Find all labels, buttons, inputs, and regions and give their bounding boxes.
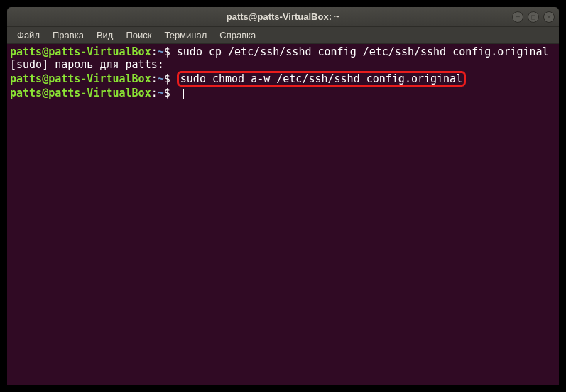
command-2: sudo chmod a-w /etc/ssh/sshd_config.orig…: [180, 72, 462, 85]
terminal-content[interactable]: patts@patts-VirtualBox:~$ sudo cp /etc/s…: [7, 44, 559, 385]
minimize-button[interactable]: −: [512, 11, 523, 23]
highlighted-command: sudo chmod a-w /etc/ssh/sshd_config.orig…: [177, 71, 466, 87]
prompt-user-host: patts@patts-VirtualBox: [10, 87, 151, 99]
terminal-line-1: patts@patts-VirtualBox:~$ sudo cp /etc/s…: [10, 45, 556, 58]
window-title: patts@patts-VirtualBox: ~: [227, 11, 339, 22]
menu-terminal[interactable]: Терминал: [158, 28, 212, 42]
window-controls: − □ ×: [512, 11, 555, 23]
terminal-line-4: patts@patts-VirtualBox:~$: [10, 87, 556, 99]
menu-search[interactable]: Поиск: [120, 28, 157, 42]
menu-view[interactable]: Вид: [91, 28, 119, 42]
menu-file[interactable]: Файл: [11, 28, 45, 42]
maximize-button[interactable]: □: [528, 11, 539, 23]
terminal-window: patts@patts-VirtualBox: ~ − □ × Файл Пра…: [7, 7, 559, 385]
sudo-password-prompt: [sudo] пароль для patts:: [10, 58, 164, 71]
terminal-line-2: [sudo] пароль для patts:: [10, 58, 556, 71]
menu-help[interactable]: Справка: [214, 28, 261, 42]
terminal-line-3: patts@patts-VirtualBox:~$ sudo chmod a-w…: [10, 71, 556, 87]
titlebar: patts@patts-VirtualBox: ~ − □ ×: [7, 7, 559, 27]
prompt-separator: :: [151, 87, 158, 99]
command-1: sudo cp /etc/ssh/sshd_config /etc/ssh/ss…: [170, 45, 549, 58]
prompt-user-host: patts@patts-VirtualBox: [10, 45, 151, 58]
prompt-symbol: $: [164, 72, 170, 85]
prompt-separator: :: [151, 45, 158, 58]
prompt-symbol: $: [164, 45, 170, 58]
close-button[interactable]: ×: [543, 11, 555, 23]
menubar: Файл Правка Вид Поиск Терминал Справка: [7, 27, 559, 44]
cursor-icon: [178, 89, 184, 99]
menu-edit[interactable]: Правка: [47, 28, 89, 42]
prompt-user-host: patts@patts-VirtualBox: [10, 72, 151, 85]
prompt-separator: :: [151, 72, 158, 85]
prompt-path: ~: [158, 45, 164, 58]
prompt-path: ~: [158, 72, 164, 85]
prompt-symbol: $: [164, 87, 170, 99]
prompt-path: ~: [158, 87, 164, 99]
